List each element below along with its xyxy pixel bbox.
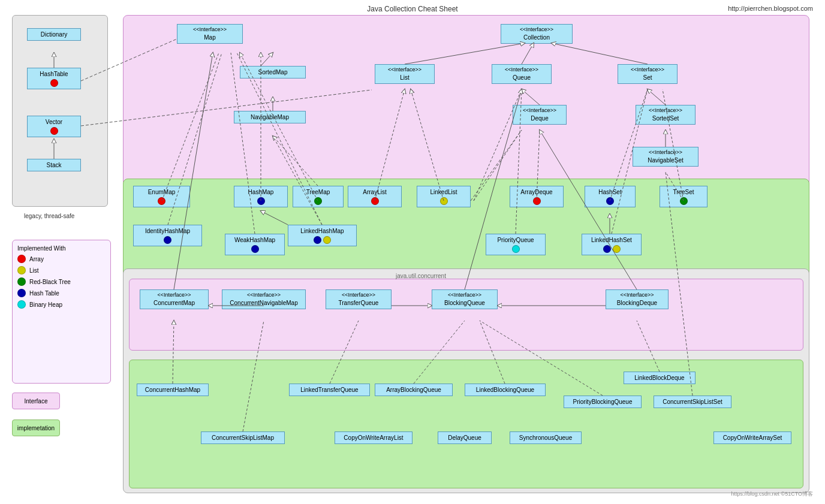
box-navigableset: <<Interface>> NavigableSet (633, 147, 698, 167)
legend-label-list: List (29, 267, 39, 274)
legend-impl: implemetation (12, 420, 60, 436)
box-queue: <<Interface>> Queue (492, 64, 552, 84)
box-vector: Vector (27, 116, 81, 137)
page-title: Java Collection Cheat Sheet (367, 5, 457, 13)
box-hashset: HashSet (585, 186, 636, 207)
legend-item-rbt: Red-Black Tree (17, 277, 106, 286)
box-enummap: EnumMap (133, 186, 190, 207)
box-dictionary: Dictionary (27, 28, 81, 41)
legacy-label: legacy, thread-safe (24, 213, 74, 219)
dot-blue (17, 289, 26, 297)
dot-green (17, 277, 26, 286)
dot-yellow (17, 266, 26, 274)
box-list: <<Interface>> List (375, 64, 435, 84)
concurrent-green (129, 360, 803, 488)
legend-label-rbt: Red-Black Tree (29, 279, 71, 285)
legend-item-array: Array (17, 255, 106, 263)
box-linkedblockdeque: LinkedBlockDeque (624, 372, 695, 384)
box-transferqueue: <<Interface>> TransferQueue (326, 289, 392, 309)
box-arrayblockingqueue: ArrayBlockingQueue (375, 384, 453, 396)
box-set: <<Interface>> Set (618, 64, 678, 84)
box-priorityqueue: PriorityQueue (486, 234, 546, 255)
box-linkedblockingqueue: LinkedBlockingQueue (465, 384, 546, 396)
legend-item-hash: Hash Table (17, 289, 106, 297)
box-concurrentskiplistmap: ConcurrentSkipListMap (201, 431, 285, 444)
legend-panel: Implemented With Array List Red-Black Tr… (12, 240, 111, 384)
legend-item-heap: Binary Heap (17, 300, 106, 309)
page-url: http://pierrchen.blogspot.com (728, 5, 813, 12)
box-identityhashmap: IdentityHashMap (133, 225, 202, 246)
legend-label-array: Array (29, 256, 44, 262)
box-blockingdeque: <<Interface>> BlockingDeque (606, 289, 669, 309)
dot-red (17, 255, 26, 263)
concurrent-label: java.util.concurrent (396, 273, 446, 279)
box-collection: <<Interface>> Collection (501, 24, 573, 44)
box-weakhashmap: WeakHashMap (225, 234, 285, 255)
legend-label-hash: Hash Table (29, 290, 59, 297)
box-navigablemap: NavigableMap (234, 111, 306, 123)
box-priorityblockingqueue: PriorityBlockingQueue (564, 396, 642, 408)
box-arraylist: ArrayList (348, 186, 402, 207)
legend-title: Implemented With (17, 245, 106, 252)
box-sortedset: <<Interface>> SortedSet (636, 105, 695, 125)
box-blockingqueue: <<Interface>> BlockingQueue (432, 289, 498, 309)
box-arraydeque: ArrayDeque (510, 186, 564, 207)
box-deque: <<Interface>> Deque (513, 105, 567, 125)
box-treemap: TreeMap (293, 186, 344, 207)
box-copyonwritearrayset: CopyOnWriteArraySet (713, 431, 791, 444)
box-delayqueue: DelayQueue (438, 431, 492, 444)
box-linkedhashset: LinkedHashSet (582, 234, 642, 255)
box-concurrentnavigablemap: <<Interface>> ConcurrentNavigableMap (222, 289, 306, 309)
box-linkedlist: LinkedList (417, 186, 471, 207)
dot-cyan (17, 300, 26, 309)
box-map: <<Interface>> Map (177, 24, 243, 44)
legend-interface: Interface (12, 393, 60, 409)
box-copyonwritearraylist: CopyOnWriteArrayList (335, 431, 412, 444)
box-concurrentmap: <<Interface>> ConcurrentMap (140, 289, 209, 309)
box-hashmap: HashMap (234, 186, 288, 207)
box-linkedhashmap: LinkedHashMap (288, 225, 357, 246)
box-synchronousqueue: SynchronousQueue (510, 431, 582, 444)
box-linkedtransferqueue: LinkedTransferQueue (289, 384, 370, 396)
watermark: https://blog.csdn.net ©51CTO博客 (731, 490, 813, 498)
legacy-panel (12, 15, 108, 207)
box-treeset: TreeSet (660, 186, 707, 207)
box-stack: Stack (27, 159, 81, 171)
box-hashtable: HashTable (27, 68, 81, 89)
legend-label-heap: Binary Heap (29, 301, 62, 308)
box-concurrentskiplistset: ConcurrentSkipListSet (654, 396, 731, 408)
box-sortedmap: SortedMap (240, 66, 306, 79)
legend-item-list: List (17, 266, 106, 274)
box-concurrenthashmap: ConcurrentHashMap (137, 384, 209, 396)
